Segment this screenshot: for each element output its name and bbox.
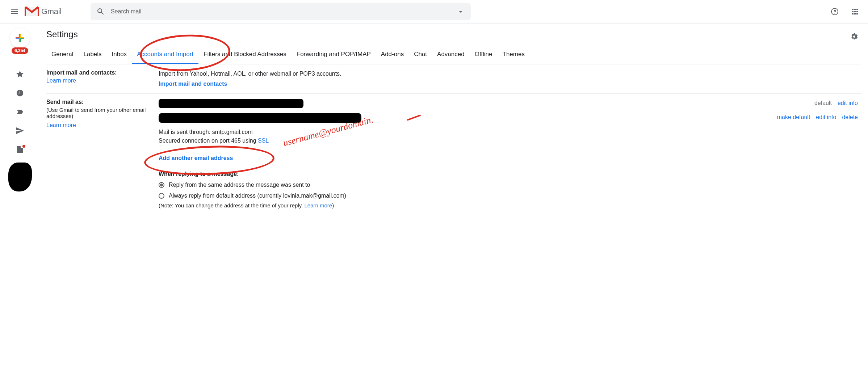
tab-general[interactable]: General (46, 47, 78, 64)
sidebar-item-drafts[interactable] (16, 145, 24, 154)
row1-default-label: default (814, 99, 832, 107)
support-button[interactable] (827, 4, 842, 19)
send-as-learn-more-link[interactable]: Learn more (46, 122, 159, 128)
draft-icon (16, 145, 24, 154)
tab-offline[interactable]: Offline (470, 47, 498, 64)
tab-accounts-import[interactable]: Accounts and Import (132, 47, 198, 64)
settings-gear-button[interactable] (847, 29, 861, 44)
tab-filters[interactable]: Filters and Blocked Addresses (198, 47, 292, 64)
tab-chat[interactable]: Chat (409, 47, 432, 64)
redacted-avatar (8, 163, 32, 191)
section-import-body: Import from Yahoo!, Hotmail, AOL, or oth… (159, 69, 861, 88)
chevron-down-icon[interactable] (456, 7, 465, 16)
tab-forwarding[interactable]: Forwarding and POP/IMAP (292, 47, 376, 64)
compose-button[interactable] (10, 28, 30, 48)
send-as-row-1-actions: default edit info (814, 99, 861, 107)
section-send-mail-as: Send mail as: (Use Gmail to send from yo… (46, 94, 861, 215)
reply-option-2-label: Always reply from default address (curre… (169, 191, 346, 200)
gmail-m-icon (25, 6, 39, 17)
radio-icon-unchecked (159, 193, 164, 199)
send-as-sub-text: (Use Gmail to send from your other email… (46, 107, 159, 119)
search-box[interactable] (91, 3, 471, 20)
reply-option-2[interactable]: Always reply from default address (curre… (159, 191, 861, 200)
import-description: Import from Yahoo!, Hotmail, AOL, or oth… (159, 69, 861, 78)
reply-option-1[interactable]: Reply from the same address the message … (159, 181, 861, 189)
section-import-label: Import mail and contacts: Learn more (46, 69, 159, 88)
redacted-address-1 (159, 99, 303, 108)
row2-delete-link[interactable]: delete (842, 113, 858, 122)
redacted-address-2 (159, 113, 361, 123)
content: Settings General Labels Inbox Accounts a… (40, 24, 868, 215)
important-icon (16, 107, 24, 116)
radio-icon-checked (159, 182, 164, 188)
send-as-row-2: Mail is sent through: smtp.gmail.com Sec… (159, 113, 861, 145)
reply-note-a: (Note: You can change the address at the… (159, 202, 304, 208)
reply-note-learn-more[interactable]: Learn more (304, 202, 332, 208)
send-as-row-2-actions: make default edit info delete (777, 113, 861, 122)
reply-note: (Note: You can change the address at the… (159, 202, 861, 210)
sidebar: 6,354 (0, 24, 40, 215)
send-as-label: Send mail as: (Use Gmail to send from yo… (46, 99, 159, 210)
import-learn-more-link[interactable]: Learn more (46, 77, 159, 84)
import-label-text: Import mail and contacts: (46, 69, 159, 76)
main-menu-button[interactable] (6, 3, 23, 20)
row2-mail-through: Mail is sent through: smtp.gmail.com (159, 128, 777, 136)
row1-edit-info-link[interactable]: edit info (838, 99, 858, 107)
search-icon (96, 7, 105, 16)
section-import: Import mail and contacts: Learn more Imp… (46, 64, 861, 94)
tab-advanced[interactable]: Advanced (432, 47, 470, 64)
add-another-email-link[interactable]: Add another email address (159, 154, 233, 163)
clock-icon (16, 89, 24, 97)
search-input[interactable] (111, 8, 456, 15)
header-right (806, 4, 862, 19)
sidebar-item-snoozed[interactable] (16, 89, 24, 97)
page-title: Settings (46, 29, 78, 39)
import-action-link[interactable]: Import mail and contacts (159, 80, 861, 88)
tab-labels[interactable]: Labels (78, 47, 106, 64)
tab-addons[interactable]: Add-ons (376, 47, 409, 64)
tab-inbox[interactable]: Inbox (107, 47, 132, 64)
settings-tabs: General Labels Inbox Accounts and Import… (46, 44, 861, 64)
reply-option-1-label: Reply from the same address the message … (169, 181, 310, 189)
row2-secured: Secured connection on port 465 using SSL (159, 136, 777, 145)
row2-make-default-link[interactable]: make default (777, 113, 810, 122)
main: 6,354 Settings General Labe (0, 24, 868, 215)
hamburger-icon (10, 7, 19, 16)
tab-themes[interactable]: Themes (498, 47, 530, 64)
row2-ssl-link[interactable]: SSL (258, 138, 269, 144)
row2-edit-info-link[interactable]: edit info (816, 113, 836, 122)
row2-secured-text: Secured connection on port 465 using (159, 138, 258, 144)
send-as-row-2-main: Mail is sent through: smtp.gmail.com Sec… (159, 113, 777, 145)
sidebar-item-sent[interactable] (16, 126, 24, 135)
sent-icon (16, 126, 24, 135)
sidebar-item-important[interactable] (16, 107, 24, 116)
gmail-logo[interactable]: Gmail (25, 6, 62, 17)
apps-button[interactable] (848, 4, 862, 19)
help-icon (830, 7, 839, 16)
reply-note-c: ) (332, 202, 334, 208)
gear-icon (850, 32, 859, 41)
star-icon (16, 70, 24, 79)
settings-tabs-container: General Labels Inbox Accounts and Import… (46, 44, 861, 64)
send-as-body: default edit info Mail is sent through: … (159, 99, 861, 210)
inbox-count-badge: 6,354 (12, 47, 28, 54)
apps-grid-icon (851, 7, 859, 16)
send-as-label-text: Send mail as: (46, 99, 159, 105)
send-as-row-1: default edit info (159, 99, 861, 111)
reply-heading: When replying to a message: (159, 170, 861, 178)
gmail-text: Gmail (41, 7, 62, 16)
header: Gmail (0, 0, 868, 23)
send-as-row-1-main (159, 99, 814, 111)
sidebar-item-starred[interactable] (16, 70, 24, 79)
plus-icon (14, 32, 26, 44)
